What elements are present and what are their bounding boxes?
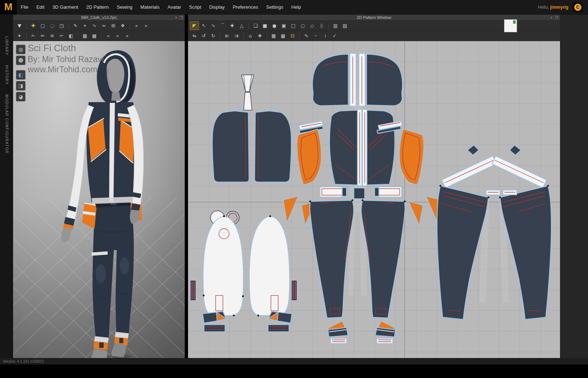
free-sewing-icon[interactable]: ≈ xyxy=(99,21,108,30)
toolbar-separator xyxy=(243,33,244,39)
pin-tool-icon[interactable]: ✎ xyxy=(71,21,80,30)
3d-viewport-canvas[interactable] xyxy=(13,41,185,358)
pattern-piece-front-pants[interactable] xyxy=(309,200,406,318)
select-move-icon[interactable]: ✚ xyxy=(29,21,38,30)
menu-display[interactable]: Display xyxy=(205,0,229,15)
sewing-pins-icon[interactable]: ⊞ xyxy=(109,21,118,30)
pattern-piece-cuffs[interactable] xyxy=(203,311,292,332)
add-point-icon[interactable]: ✚ xyxy=(228,21,237,30)
stitch-view-icon[interactable]: » xyxy=(104,32,113,40)
app-logo-icon[interactable]: M xyxy=(0,0,17,15)
edit-curve-point-icon[interactable]: ⌒ xyxy=(218,21,227,30)
right-collapsed-panel[interactable] xyxy=(560,15,588,358)
pattern-piece-hood[interactable] xyxy=(312,53,403,106)
texture-checker-icon[interactable]: ▦ xyxy=(269,32,278,40)
viewport3d-close-icon[interactable]: × xyxy=(175,16,177,20)
garment-fit-icon[interactable]: ❖ xyxy=(255,32,264,40)
menu-avatar[interactable]: Avatar xyxy=(164,0,185,15)
needle-tool-icon[interactable]: ⌖ xyxy=(80,21,89,30)
solidify-icon[interactable]: » xyxy=(141,21,151,30)
filled-ellipse-icon[interactable]: ● xyxy=(270,21,279,30)
pattern-piece-ankle-trims[interactable] xyxy=(328,321,395,343)
pattern-piece-waistbands[interactable] xyxy=(320,187,401,199)
brush-tool-icon[interactable]: ✏ xyxy=(38,32,47,40)
strain-view-icon[interactable]: » xyxy=(113,32,122,40)
menu-help[interactable]: Help xyxy=(287,0,305,15)
show-pose-icon[interactable]: ☻ xyxy=(16,56,25,65)
account-badge[interactable]: C xyxy=(573,2,583,12)
dock-tab-library[interactable]: LIBRARY xyxy=(5,36,9,56)
transform-gizmo-icon[interactable]: ◳ xyxy=(57,21,66,30)
menu-materials[interactable]: Materials xyxy=(136,0,164,15)
steam-iron-icon[interactable]: ⌂ xyxy=(246,32,255,40)
menu-script[interactable]: Script xyxy=(185,0,205,15)
menu-edit[interactable]: Edit xyxy=(32,0,48,15)
buttonhole-icon[interactable]: ▥ xyxy=(331,21,340,30)
notch-dart-icon[interactable]: ◊ xyxy=(317,21,326,30)
cloth-mesh-icon[interactable]: ◨ xyxy=(16,81,25,91)
pattern-navigator[interactable] xyxy=(504,19,517,32)
pattern2d-canvas[interactable] xyxy=(188,41,560,358)
dock-tab-history[interactable]: HISTORY xyxy=(5,65,9,85)
transform-pattern-icon[interactable]: ◤ xyxy=(190,21,199,30)
menu-sewing[interactable]: Sewing xyxy=(113,0,136,15)
pen-tool-icon[interactable]: ✎ xyxy=(302,32,311,40)
menu-preferences[interactable]: Preferences xyxy=(229,0,262,15)
username[interactable]: jimmyrig xyxy=(550,5,568,10)
2d-pattern-canvas[interactable] xyxy=(188,41,560,358)
internal-ellipse-icon[interactable]: ○ xyxy=(298,21,307,30)
wind-tool-icon[interactable]: ≋ xyxy=(48,32,57,40)
show-avatar-icon[interactable]: ◍ xyxy=(16,45,25,54)
symmetric-paste-left-icon[interactable]: ⇇ xyxy=(223,32,232,40)
cloth-texture-icon[interactable]: ◧ xyxy=(16,70,25,80)
viewport3d-title: MiR_Cloth_v13.Zprj xyxy=(81,15,116,20)
seam-allowance-icon[interactable]: ⊡ xyxy=(288,32,297,40)
menu-2d-pattern[interactable]: 2D Pattern xyxy=(82,0,113,15)
rectangle-selection-icon[interactable]: ▢ xyxy=(38,21,47,30)
fit-view-icon[interactable]: » xyxy=(123,32,132,40)
edit-curvature-icon[interactable]: ∿ xyxy=(209,21,218,30)
simulate-icon[interactable]: ▼ xyxy=(15,21,24,30)
edit-pattern-icon[interactable]: ↖ xyxy=(199,21,208,30)
dart-tool-icon[interactable]: ◇ xyxy=(308,21,317,30)
symmetric-paste-right-icon[interactable]: ⇉ xyxy=(232,32,241,40)
pattern-piece-sleeves[interactable] xyxy=(190,211,297,317)
pattern-piece-gusset[interactable] xyxy=(241,75,254,110)
texture-grid-icon[interactable]: ▩ xyxy=(279,32,288,40)
rotate-cw-icon[interactable]: ↻ xyxy=(209,32,218,40)
filled-rectangle-icon[interactable]: ■ xyxy=(260,21,269,30)
menu-3d-garment[interactable]: 3D Garment xyxy=(48,0,82,15)
pattern2d-popout-icon[interactable]: ❐ xyxy=(555,16,558,20)
fabric-texture-icon[interactable]: ▦ xyxy=(80,32,89,40)
viewport3d-popout-icon[interactable]: ❐ xyxy=(180,16,183,20)
tack-tool-icon[interactable]: ❖ xyxy=(118,21,127,30)
check-tool-icon[interactable]: ✓ xyxy=(330,32,339,40)
scissors-cut-icon[interactable]: ✁ xyxy=(29,32,38,40)
menu-file[interactable]: File xyxy=(17,0,32,15)
polygon-tool-icon[interactable]: △ xyxy=(237,21,246,30)
pattern-piece-back-vest[interactable] xyxy=(212,111,292,182)
menu-settings[interactable]: Settings xyxy=(262,0,287,15)
segment-sewing-icon[interactable]: ∿ xyxy=(90,21,99,30)
pattern-piece-back-pants[interactable] xyxy=(437,145,551,319)
show-head-icon[interactable]: ◕ xyxy=(16,92,25,101)
viewport3d-header[interactable]: MiR_Cloth_v13.Zprj × ❐ xyxy=(13,15,185,21)
unfold-tool-icon[interactable]: ⇋ xyxy=(190,32,199,40)
dock-tab-modular-configurator[interactable]: MODULAR CONFIGURATOR xyxy=(5,94,9,154)
viewport3d[interactable]: Sci Fi Cloth By: Mir Tohid Razavi www.Mi… xyxy=(13,41,185,358)
baseline-tool-icon[interactable]: ╌ xyxy=(311,32,320,40)
rotate-ccw-icon[interactable]: ↺ xyxy=(199,32,208,40)
image-tool-icon[interactable]: ▣ xyxy=(279,21,288,30)
pattern2d-close-icon[interactable]: × xyxy=(550,16,552,20)
layer-tool-icon[interactable]: ◧ xyxy=(67,32,76,40)
cut-sew-icon[interactable]: ✃ xyxy=(57,32,66,40)
grading-icon[interactable]: ▨ xyxy=(340,21,349,30)
fabric-checker-icon[interactable]: ▩ xyxy=(90,32,99,40)
fold-arrangement-icon[interactable]: » xyxy=(132,21,141,30)
internal-rectangle-icon[interactable]: □ xyxy=(289,21,298,30)
wave-tool-icon[interactable]: ≀ xyxy=(321,32,330,40)
lasso-selection-icon[interactable]: ◌ xyxy=(48,21,57,30)
trace-tool-icon[interactable]: ❏ xyxy=(251,21,260,30)
status-bar: Version: 4.1.101 (r33907) xyxy=(0,358,588,365)
avatar-walk-icon[interactable]: ✦ xyxy=(15,32,24,40)
